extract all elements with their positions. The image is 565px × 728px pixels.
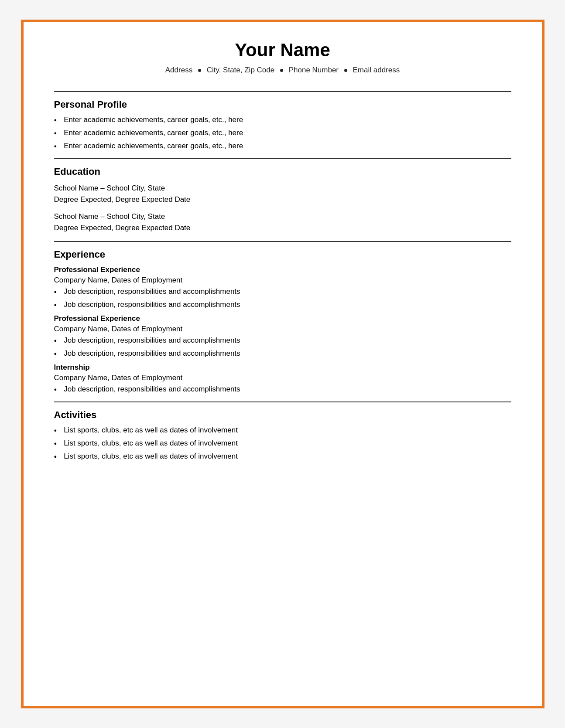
divider-activities	[54, 401, 511, 402]
list-item: Job description, responsibilities and ac…	[54, 385, 511, 394]
resume-contact: Address City, State, Zip Code Phone Numb…	[54, 66, 511, 75]
job-bullets-2: Job description, responsibilities and ac…	[54, 336, 511, 358]
list-item: Job description, responsibilities and ac…	[54, 336, 511, 345]
job-bullets-3: Job description, responsibilities and ac…	[54, 385, 511, 394]
email-text: Email address	[353, 66, 400, 74]
activities-title: Activities	[54, 409, 511, 421]
education-entry-2: School Name – School City, State Degree …	[54, 211, 511, 233]
experience-section: Experience Professional Experience Compa…	[54, 249, 511, 394]
divider-experience	[54, 241, 511, 242]
city-text: City, State, Zip Code	[207, 66, 275, 74]
activities-list: List sports, clubs, etc as well as dates…	[54, 426, 511, 461]
resume-name: Your Name	[54, 40, 511, 61]
list-item: List sports, clubs, etc as well as dates…	[54, 439, 511, 448]
school-name-1: School Name – School City, State	[54, 183, 511, 194]
divider-education	[54, 158, 511, 159]
address-text: Address	[165, 66, 192, 74]
dot-1	[198, 69, 201, 72]
dot-3	[344, 69, 347, 72]
degree-1: Degree Expected, Degree Expected Date	[54, 194, 511, 205]
education-section: Education School Name – School City, Sta…	[54, 166, 511, 233]
resume-header: Your Name Address City, State, Zip Code …	[54, 40, 511, 83]
list-item: Enter academic achievements, career goal…	[54, 116, 511, 124]
list-item: List sports, clubs, etc as well as dates…	[54, 426, 511, 435]
personal-profile-section: Personal Profile Enter academic achievem…	[54, 99, 511, 150]
degree-2: Degree Expected, Degree Expected Date	[54, 222, 511, 234]
personal-profile-list: Enter academic achievements, career goal…	[54, 116, 511, 150]
list-item: Enter academic achievements, career goal…	[54, 129, 511, 137]
job-subtitle-2: Professional Experience	[54, 314, 511, 323]
experience-title: Experience	[54, 249, 511, 260]
divider-profile	[54, 91, 511, 92]
dot-2	[280, 69, 283, 72]
job-subtitle-3: Internship	[54, 363, 511, 372]
resume-container: Your Name Address City, State, Zip Code …	[21, 20, 544, 708]
school-name-2: School Name – School City, State	[54, 211, 511, 222]
job-company-2: Company Name, Dates of Employment	[54, 325, 511, 333]
activities-section: Activities List sports, clubs, etc as we…	[54, 409, 511, 461]
job-company-3: Company Name, Dates of Employment	[54, 374, 511, 382]
job-bullets-1: Job description, responsibilities and ac…	[54, 287, 511, 309]
list-item: List sports, clubs, etc as well as dates…	[54, 452, 511, 461]
phone-text: Phone Number	[289, 66, 339, 74]
job-subtitle-1: Professional Experience	[54, 265, 511, 274]
list-item: Job description, responsibilities and ac…	[54, 300, 511, 309]
education-entry-1: School Name – School City, State Degree …	[54, 183, 511, 205]
list-item: Enter academic achievements, career goal…	[54, 142, 511, 150]
education-title: Education	[54, 166, 511, 177]
list-item: Job description, responsibilities and ac…	[54, 349, 511, 358]
list-item: Job description, responsibilities and ac…	[54, 287, 511, 296]
job-company-1: Company Name, Dates of Employment	[54, 276, 511, 285]
personal-profile-title: Personal Profile	[54, 99, 511, 110]
